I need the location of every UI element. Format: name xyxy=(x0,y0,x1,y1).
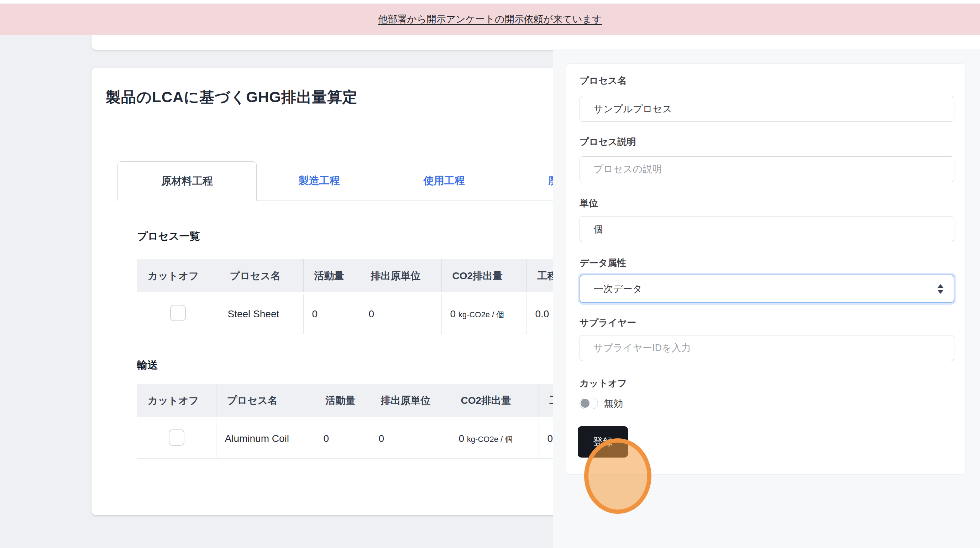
co2-unit: kg-CO2e / 個 xyxy=(458,310,504,319)
toggle-knob-icon xyxy=(581,399,590,408)
cutoff-toggle[interactable] xyxy=(579,398,598,409)
emission-factor-cell: 0 xyxy=(370,418,450,459)
unit-input[interactable] xyxy=(579,216,955,242)
col-cutoff: カットオフ xyxy=(137,384,216,418)
cutoff-checkbox[interactable] xyxy=(170,305,186,321)
supplier-input[interactable] xyxy=(579,335,955,361)
supplier-label: サプライヤー xyxy=(579,317,636,329)
drawer-header xyxy=(553,35,980,49)
tab-raw-material[interactable]: 原材料工程 xyxy=(118,161,257,201)
col-process-name: プロセス名 xyxy=(219,259,303,293)
col-emission-factor: 排出原単位 xyxy=(360,259,441,293)
cutoff-label: カットオフ xyxy=(579,377,627,390)
data-attribute-label: データ属性 xyxy=(579,257,626,269)
col-activity: 活動量 xyxy=(303,259,360,293)
activity-cell: 0 xyxy=(303,293,360,334)
process-description-input[interactable] xyxy=(579,156,955,182)
col-cutoff: カットオフ xyxy=(137,259,219,293)
activity-cell: 0 xyxy=(315,418,370,459)
col-co2: CO2排出量 xyxy=(450,384,539,418)
disclosure-request-link[interactable]: 他部署から開示アンケートの開示依頼が来ています xyxy=(378,13,602,25)
process-description-label: プロセス説明 xyxy=(579,135,636,148)
process-name-label: プロセス名 xyxy=(579,75,627,87)
col-co2: CO2排出量 xyxy=(441,259,527,293)
cutoff-state-label: 無効 xyxy=(604,397,623,410)
notification-banner: 他部署から開示アンケートの開示依頼が来ています xyxy=(0,3,980,35)
process-name-input[interactable] xyxy=(579,96,955,122)
co2-unit: kg-CO2e / 個 xyxy=(467,435,512,444)
select-updown-icon xyxy=(937,284,944,294)
cutoff-checkbox[interactable] xyxy=(169,429,185,446)
tab-use[interactable]: 使用工程 xyxy=(382,161,507,201)
process-name-cell: Aluminum Coil xyxy=(216,418,315,459)
data-attribute-value: 一次データ xyxy=(594,282,937,295)
unit-label: 単位 xyxy=(579,197,598,209)
process-list-heading: プロセス一覧 xyxy=(137,229,200,244)
data-attribute-select[interactable]: 一次データ xyxy=(579,274,955,303)
col-process-name: プロセス名 xyxy=(216,384,315,418)
cutoff-toggle-row: 無効 xyxy=(579,397,623,410)
col-activity: 活動量 xyxy=(315,384,370,418)
co2-cell: 0 kg-CO2e / 個 xyxy=(450,418,539,459)
tab-manufacturing[interactable]: 製造工程 xyxy=(257,161,382,201)
process-name-cell: Steel Sheet xyxy=(219,293,303,334)
register-button[interactable]: 登録 xyxy=(578,426,628,457)
transport-heading: 輸送 xyxy=(137,358,158,373)
col-emission-factor: 排出原単位 xyxy=(370,384,450,418)
page-title: 製品のLCAに基づくGHG排出量算定 xyxy=(106,87,358,107)
drawer-form-card: プロセス名 プロセス説明 単位 データ属性 一次データ サプライヤー カットオフ… xyxy=(566,64,966,475)
co2-cell: 0 kg-CO2e / 個 xyxy=(441,293,527,334)
process-edit-drawer: プロセス名 プロセス説明 単位 データ属性 一次データ サプライヤー カットオフ… xyxy=(553,35,980,548)
emission-factor-cell: 0 xyxy=(360,293,441,334)
